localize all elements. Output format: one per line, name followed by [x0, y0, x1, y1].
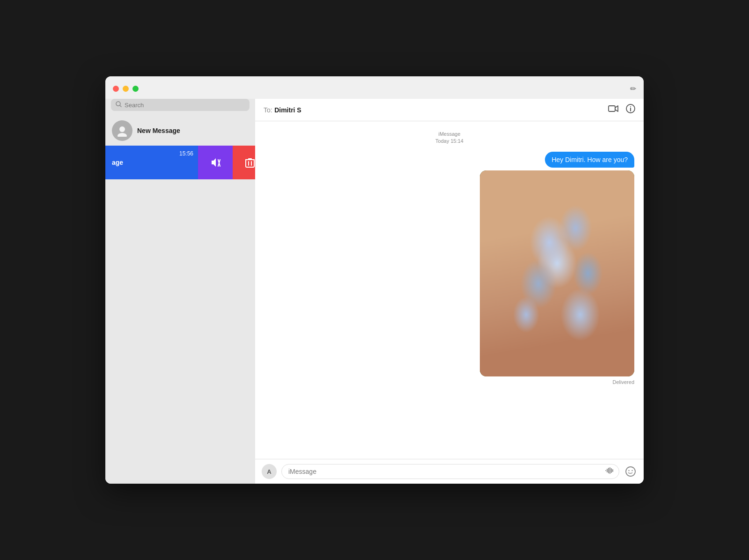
svg-point-9	[630, 106, 631, 107]
new-message-item[interactable]: New Message	[105, 116, 255, 146]
conv-info: New Message	[137, 127, 249, 134]
chat-input-area: A	[255, 459, 644, 484]
close-button[interactable]	[113, 86, 119, 92]
svg-point-17	[628, 470, 629, 471]
chat-header-icons	[608, 104, 635, 116]
chat-header-recipient: To: Dimitri S	[264, 106, 301, 114]
svg-rect-7	[609, 106, 615, 111]
swipe-actions	[198, 146, 255, 179]
delete-button[interactable]	[233, 146, 255, 179]
main-content: New Message 15:56 age	[105, 99, 644, 484]
video-call-icon[interactable]	[608, 105, 618, 115]
traffic-lights	[113, 86, 139, 92]
swipe-time: 15:56	[179, 150, 193, 157]
swipe-name: age	[112, 159, 123, 166]
message-bubble: Hey Dimitri. How are you?	[545, 152, 634, 168]
emoji-button[interactable]	[624, 465, 637, 478]
message-input[interactable]	[281, 464, 619, 479]
chat-messages: iMessage Today 15:14 Hey Dimitri. How ar…	[255, 121, 644, 459]
search-bar[interactable]	[111, 99, 250, 111]
svg-line-1	[120, 105, 121, 107]
message-timestamp: iMessage Today 15:14	[264, 131, 634, 145]
audio-waveform-icon	[605, 467, 614, 476]
mute-button[interactable]	[198, 146, 233, 179]
input-wrapper	[281, 464, 619, 479]
svg-rect-6	[246, 160, 254, 167]
to-label: To:	[264, 106, 272, 114]
sidebar: New Message 15:56 age	[105, 99, 255, 484]
svg-point-3	[117, 133, 127, 137]
app-store-icon: A	[267, 468, 271, 475]
flower-photo	[480, 170, 634, 376]
svg-point-16	[626, 467, 635, 476]
maximize-button[interactable]	[132, 86, 139, 92]
search-icon	[116, 101, 122, 109]
swipe-main-content: age	[112, 159, 191, 166]
svg-point-18	[632, 470, 632, 471]
compose-icon[interactable]: ✏	[630, 84, 636, 93]
swipe-main[interactable]: 15:56 age	[105, 146, 198, 179]
recipient-name: Dimitri S	[274, 106, 301, 114]
message-row: Hey Dimitri. How are you?	[264, 152, 634, 168]
swipe-row: 15:56 age	[105, 146, 255, 179]
svg-point-2	[119, 126, 125, 132]
conversation-list: New Message 15:56 age	[105, 116, 255, 484]
chat-area: To: Dimitri S	[255, 99, 644, 484]
titlebar: ✏	[105, 76, 644, 99]
avatar	[112, 120, 132, 141]
message-image-container	[264, 170, 634, 376]
delivered-status: Delivered	[264, 379, 634, 385]
info-icon[interactable]	[626, 104, 635, 116]
swipe-container: 15:56 age	[105, 146, 255, 179]
message-image	[480, 170, 634, 376]
app-store-button[interactable]: A	[262, 464, 277, 479]
search-input[interactable]	[125, 102, 245, 109]
messages-window: ✏	[105, 76, 644, 484]
minimize-button[interactable]	[123, 86, 129, 92]
chat-header: To: Dimitri S	[255, 99, 644, 121]
conversation-name: New Message	[137, 127, 249, 134]
